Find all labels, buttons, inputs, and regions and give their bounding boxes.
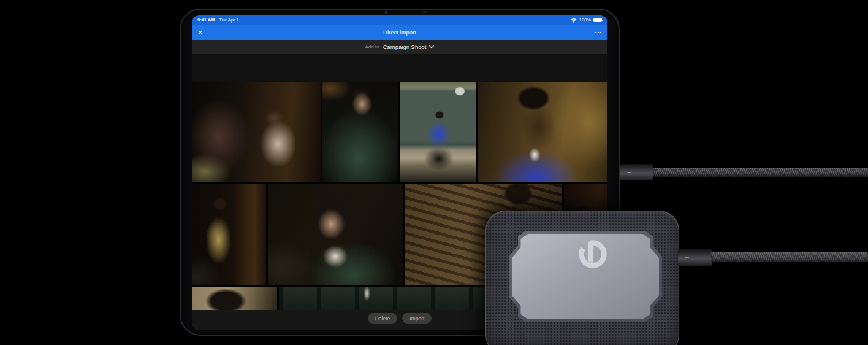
- chevron-down-icon: [429, 45, 434, 48]
- photo-thumbnail[interactable]: [400, 82, 476, 182]
- app-header: ✕ Direct import •••: [192, 25, 607, 40]
- close-button[interactable]: ✕: [198, 29, 203, 36]
- status-time: 9:41 AM: [197, 17, 215, 23]
- connector-logo-mark: [685, 257, 689, 258]
- g-drive-logo-icon: [577, 238, 609, 270]
- battery-full-icon: [593, 18, 602, 22]
- source-list: External 17.6 MB – 11 All Photos 11: [192, 54, 607, 82]
- external-ssd-drive: [485, 211, 679, 345]
- import-button[interactable]: Import: [402, 313, 432, 324]
- photo-thumbnail[interactable]: [268, 184, 403, 285]
- add-to-label: Add to: [365, 44, 379, 50]
- braided-cable-bottom: [711, 252, 868, 262]
- front-camera-icon: [385, 11, 387, 14]
- photo-thumbnail[interactable]: [192, 82, 321, 182]
- page-title: Direct import: [192, 29, 607, 36]
- wifi-icon: [571, 18, 577, 23]
- battery-percent: 100%: [579, 17, 591, 23]
- album-selector[interactable]: Campaign Shoot: [383, 44, 435, 50]
- microphone-slot: [423, 11, 427, 13]
- usb-c-connector-ipad: [620, 164, 653, 180]
- photo-thumbnail[interactable]: [478, 82, 607, 182]
- braided-cable-top: [653, 168, 868, 177]
- photo-thumbnail[interactable]: [322, 82, 398, 182]
- album-name: Campaign Shoot: [383, 44, 427, 50]
- status-date: Tue Apr 1: [219, 17, 238, 23]
- connector-logo-mark: [627, 172, 631, 173]
- more-options-button[interactable]: •••: [595, 29, 602, 35]
- status-bar: 9:41 AM Tue Apr 1 100%: [192, 15, 607, 25]
- add-to-bar: Add to Campaign Shoot: [192, 40, 607, 54]
- photo-thumbnail[interactable]: [192, 287, 277, 310]
- usb-c-connector-drive: [678, 249, 712, 266]
- scene: 9:41 AM Tue Apr 1 100% ✕ Direct import •…: [0, 0, 868, 345]
- delete-button[interactable]: Delete: [368, 313, 398, 324]
- photo-thumbnail[interactable]: [279, 287, 493, 310]
- photo-thumbnail[interactable]: [192, 184, 266, 285]
